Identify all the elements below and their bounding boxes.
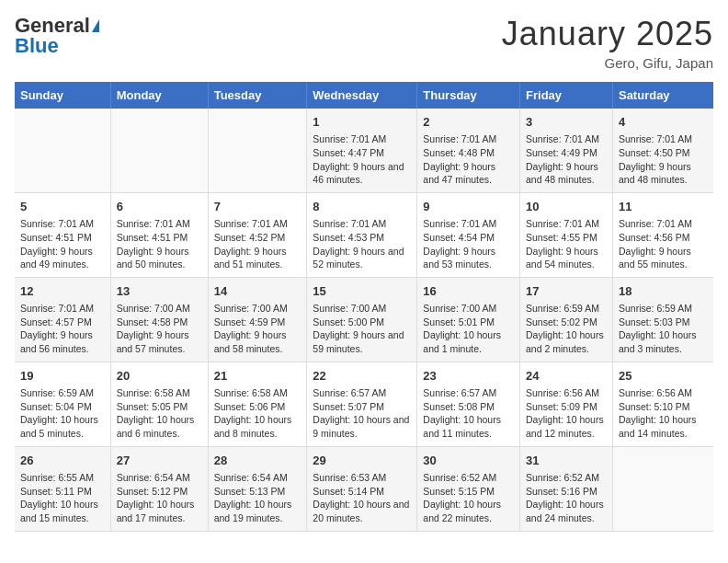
day-info: Sunrise: 7:01 AMSunset: 4:51 PMDaylight:… — [117, 217, 202, 271]
calendar-cell: 15Sunrise: 7:00 AMSunset: 5:00 PMDayligh… — [307, 277, 417, 362]
week-row-1: 1Sunrise: 7:01 AMSunset: 4:47 PMDaylight… — [15, 109, 713, 192]
day-number: 4 — [619, 114, 708, 131]
logo: General Blue — [15, 15, 99, 57]
weekday-header-tuesday: Tuesday — [208, 82, 307, 109]
location: Gero, Gifu, Japan — [502, 55, 713, 71]
week-row-4: 19Sunrise: 6:59 AMSunset: 5:04 PMDayligh… — [15, 362, 713, 446]
calendar-cell: 25Sunrise: 6:56 AMSunset: 5:10 PMDayligh… — [612, 362, 713, 446]
day-number: 24 — [526, 368, 607, 385]
day-number: 3 — [526, 114, 607, 131]
calendar-cell: 8Sunrise: 7:01 AMSunset: 4:53 PMDaylight… — [307, 192, 417, 277]
day-number: 11 — [619, 199, 708, 215]
weekday-header-row: SundayMondayTuesdayWednesdayThursdayFrid… — [15, 82, 713, 109]
day-number: 15 — [313, 283, 411, 300]
day-number: 1 — [313, 114, 411, 131]
day-info: Sunrise: 7:01 AMSunset: 4:55 PMDaylight:… — [526, 217, 607, 271]
day-number: 14 — [214, 283, 301, 300]
calendar-cell: 26Sunrise: 6:55 AMSunset: 5:11 PMDayligh… — [15, 446, 110, 531]
calendar-cell: 3Sunrise: 7:01 AMSunset: 4:49 PMDaylight… — [520, 109, 613, 192]
day-number: 28 — [214, 453, 301, 469]
calendar-cell: 24Sunrise: 6:56 AMSunset: 5:09 PMDayligh… — [520, 362, 613, 446]
day-number: 18 — [619, 283, 708, 300]
day-info: Sunrise: 7:00 AMSunset: 5:00 PMDaylight:… — [313, 302, 411, 356]
calendar-cell: 16Sunrise: 7:00 AMSunset: 5:01 PMDayligh… — [417, 277, 520, 362]
day-number: 22 — [313, 368, 411, 385]
day-info: Sunrise: 6:59 AMSunset: 5:02 PMDaylight:… — [526, 302, 607, 356]
calendar-cell: 23Sunrise: 6:57 AMSunset: 5:08 PMDayligh… — [417, 362, 520, 446]
week-row-5: 26Sunrise: 6:55 AMSunset: 5:11 PMDayligh… — [15, 446, 713, 531]
day-number: 19 — [20, 368, 105, 385]
calendar-cell: 9Sunrise: 7:01 AMSunset: 4:54 PMDaylight… — [417, 192, 520, 277]
calendar-cell: 14Sunrise: 7:00 AMSunset: 4:59 PMDayligh… — [208, 277, 307, 362]
weekday-header-thursday: Thursday — [417, 82, 520, 109]
day-number: 5 — [20, 199, 105, 215]
weekday-header-sunday: Sunday — [15, 82, 110, 109]
day-number: 6 — [117, 199, 202, 215]
day-info: Sunrise: 7:01 AMSunset: 4:56 PMDaylight:… — [619, 217, 708, 271]
weekday-header-friday: Friday — [520, 82, 613, 109]
calendar-cell: 29Sunrise: 6:53 AMSunset: 5:14 PMDayligh… — [307, 446, 417, 531]
day-number: 13 — [117, 283, 202, 300]
day-number: 12 — [20, 283, 105, 300]
day-info: Sunrise: 6:52 AMSunset: 5:16 PMDaylight:… — [526, 471, 607, 525]
day-info: Sunrise: 7:01 AMSunset: 4:50 PMDaylight:… — [619, 132, 708, 187]
day-info: Sunrise: 6:52 AMSunset: 5:15 PMDaylight:… — [423, 471, 514, 525]
calendar-cell: 2Sunrise: 7:01 AMSunset: 4:48 PMDaylight… — [417, 109, 520, 192]
month-title: January 2025 — [502, 15, 713, 53]
calendar-cell: 11Sunrise: 7:01 AMSunset: 4:56 PMDayligh… — [612, 192, 713, 277]
day-info: Sunrise: 6:55 AMSunset: 5:11 PMDaylight:… — [20, 471, 105, 525]
weekday-header-saturday: Saturday — [612, 82, 713, 109]
day-number: 8 — [313, 199, 411, 215]
day-number: 9 — [423, 199, 514, 215]
day-info: Sunrise: 6:54 AMSunset: 5:12 PMDaylight:… — [117, 471, 202, 525]
calendar-cell: 27Sunrise: 6:54 AMSunset: 5:12 PMDayligh… — [110, 446, 208, 531]
day-info: Sunrise: 6:56 AMSunset: 5:09 PMDaylight:… — [526, 386, 607, 441]
calendar-cell: 13Sunrise: 7:00 AMSunset: 4:58 PMDayligh… — [110, 277, 208, 362]
day-number: 20 — [117, 368, 202, 385]
calendar-cell: 18Sunrise: 6:59 AMSunset: 5:03 PMDayligh… — [612, 277, 713, 362]
day-number: 23 — [423, 368, 514, 385]
day-info: Sunrise: 7:01 AMSunset: 4:49 PMDaylight:… — [526, 132, 607, 187]
day-info: Sunrise: 7:01 AMSunset: 4:48 PMDaylight:… — [423, 132, 514, 187]
day-number: 16 — [423, 283, 514, 300]
calendar-cell: 19Sunrise: 6:59 AMSunset: 5:04 PMDayligh… — [15, 362, 110, 446]
day-info: Sunrise: 7:00 AMSunset: 4:59 PMDaylight:… — [214, 302, 301, 356]
day-number: 7 — [214, 199, 301, 215]
calendar-cell — [612, 446, 713, 531]
logo-blue: Blue — [15, 35, 59, 57]
week-row-2: 5Sunrise: 7:01 AMSunset: 4:51 PMDaylight… — [15, 192, 713, 277]
day-info: Sunrise: 6:57 AMSunset: 5:08 PMDaylight:… — [423, 386, 514, 441]
calendar-cell: 17Sunrise: 6:59 AMSunset: 5:02 PMDayligh… — [520, 277, 613, 362]
day-number: 17 — [526, 283, 607, 300]
day-info: Sunrise: 7:01 AMSunset: 4:52 PMDaylight:… — [214, 217, 301, 271]
calendar-cell — [15, 109, 110, 192]
day-number: 2 — [423, 114, 514, 131]
day-number: 31 — [526, 453, 607, 469]
day-info: Sunrise: 7:01 AMSunset: 4:57 PMDaylight:… — [20, 302, 105, 356]
calendar-cell: 5Sunrise: 7:01 AMSunset: 4:51 PMDaylight… — [15, 192, 110, 277]
title-block: January 2025 Gero, Gifu, Japan — [502, 15, 713, 71]
day-number: 21 — [214, 368, 301, 385]
day-number: 25 — [619, 368, 708, 385]
calendar-cell: 1Sunrise: 7:01 AMSunset: 4:47 PMDaylight… — [307, 109, 417, 192]
week-row-3: 12Sunrise: 7:01 AMSunset: 4:57 PMDayligh… — [15, 277, 713, 362]
day-info: Sunrise: 6:54 AMSunset: 5:13 PMDaylight:… — [214, 471, 301, 525]
day-info: Sunrise: 7:01 AMSunset: 4:54 PMDaylight:… — [423, 217, 514, 271]
day-info: Sunrise: 7:01 AMSunset: 4:47 PMDaylight:… — [313, 132, 411, 187]
day-info: Sunrise: 7:00 AMSunset: 4:58 PMDaylight:… — [117, 302, 202, 356]
calendar-cell: 28Sunrise: 6:54 AMSunset: 5:13 PMDayligh… — [208, 446, 307, 531]
day-number: 27 — [117, 453, 202, 469]
day-number: 10 — [526, 199, 607, 215]
calendar-cell: 4Sunrise: 7:01 AMSunset: 4:50 PMDaylight… — [612, 109, 713, 192]
day-info: Sunrise: 6:58 AMSunset: 5:06 PMDaylight:… — [214, 386, 301, 441]
day-number: 30 — [423, 453, 514, 469]
day-info: Sunrise: 6:56 AMSunset: 5:10 PMDaylight:… — [619, 386, 708, 441]
calendar-cell: 21Sunrise: 6:58 AMSunset: 5:06 PMDayligh… — [208, 362, 307, 446]
calendar-cell — [208, 109, 307, 192]
day-number: 26 — [20, 453, 105, 469]
calendar-cell: 30Sunrise: 6:52 AMSunset: 5:15 PMDayligh… — [417, 446, 520, 531]
day-info: Sunrise: 6:53 AMSunset: 5:14 PMDaylight:… — [313, 471, 411, 525]
calendar-cell: 7Sunrise: 7:01 AMSunset: 4:52 PMDaylight… — [208, 192, 307, 277]
day-number: 29 — [313, 453, 411, 469]
calendar-cell: 22Sunrise: 6:57 AMSunset: 5:07 PMDayligh… — [307, 362, 417, 446]
